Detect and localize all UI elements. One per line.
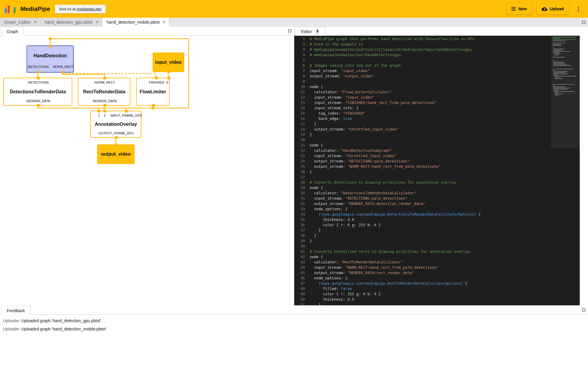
code-editor[interactable]: 1 # MediaPipe graph that performs hand d…: [294, 36, 580, 305]
code-line[interactable]: 10 node {: [294, 84, 580, 89]
code-line[interactable]: 42 node {: [294, 254, 580, 260]
expand-editor-icon[interactable]: [582, 21, 585, 24]
graph-node-output-video[interactable]: output_video: [97, 144, 135, 164]
code-line[interactable]: 22 calculator: "HandDetectionSubgraph": [294, 148, 580, 153]
tab-close-icon[interactable]: ×: [95, 19, 99, 25]
code-line[interactable]: 33 node_options: {: [294, 206, 580, 212]
code-line[interactable]: 41 # Converts normalized rects to drawin…: [294, 249, 580, 254]
code-line[interactable]: 47 [type.googleapis.com/mediapipe.RectTo…: [294, 281, 580, 286]
code-line[interactable]: 4 # mediapipe/examples/ios/handdetection…: [294, 52, 580, 58]
feedback-source: Uploader: [3, 318, 21, 323]
line-number: 15: [294, 111, 310, 116]
new-button[interactable]: New: [506, 4, 532, 14]
panel-splitter[interactable]: [294, 27, 295, 306]
graph-node-detectionstorenderdata[interactable]: DETECTIONS DetectionsToRenderData RENDER…: [3, 78, 72, 106]
code-line[interactable]: 39 }: [294, 238, 580, 244]
code-line[interactable]: 7 input_stream: "input_video": [294, 68, 580, 74]
mediapipe-dev-link[interactable]: mediapipe.dev: [77, 7, 102, 11]
code-line[interactable]: 1 # MediaPipe graph that performs hand d…: [294, 36, 580, 42]
code-line[interactable]: 2 # Used in the example in: [294, 42, 580, 47]
code-line[interactable]: 17 }: [294, 121, 580, 127]
kebab-menu-icon[interactable]: ⋮: [574, 6, 583, 12]
code-line[interactable]: 49 color { r: 255 g: 0 b: 0 }: [294, 291, 580, 297]
code-line[interactable]: 18 output_stream: "throttled_input_video…: [294, 127, 580, 132]
right-gutter: [580, 27, 588, 306]
line-number: 23: [294, 153, 310, 159]
code-line[interactable]: 26 }: [294, 169, 580, 175]
code-line[interactable]: 27: [294, 175, 580, 180]
code-line[interactable]: 34 [type.googleapis.com/mediapipe.Detect…: [294, 212, 580, 217]
code-line[interactable]: 36 color { r: 0 g: 255 b: 0 }: [294, 222, 580, 228]
tab-feedback[interactable]: Feedback: [1, 306, 30, 315]
code-line[interactable]: 12 input_stream: "input_video": [294, 95, 580, 100]
code-line[interactable]: 15 tag_index: "FINISHED": [294, 111, 580, 116]
line-number: 50: [294, 297, 310, 302]
code-line[interactable]: 44 input_stream: "NORM_RECT:hand_rect_fr…: [294, 265, 580, 270]
code-line[interactable]: 43 calculator: "RectToRenderDataCalculat…: [294, 260, 580, 265]
line-number: 14: [294, 105, 310, 111]
line-number: 40: [294, 244, 310, 249]
graph-node-flowlimiter[interactable]: FINISHED 0 FlowLimiter: [136, 78, 170, 106]
tab-close-icon[interactable]: ×: [162, 19, 166, 25]
input-port-frame-gpu: [125, 110, 128, 113]
code-line[interactable]: 6 # Images coming into and out of the gr…: [294, 63, 580, 68]
graph-node-handdetection[interactable]: HandDetection DETECTIONS NORM_RECT: [27, 45, 74, 73]
file-tab[interactable]: hand_detection_gpu.pbtxt ×: [40, 18, 102, 27]
code-line[interactable]: 35 thickness: 4.0: [294, 217, 580, 222]
graph-node-input-video[interactable]: input_video: [153, 53, 184, 72]
code-line[interactable]: 46 node_options: {: [294, 276, 580, 281]
code-line[interactable]: 23 input_stream: "throttled_input_video": [294, 153, 580, 159]
input-port: [37, 77, 40, 79]
code-line[interactable]: 20: [294, 137, 580, 143]
code-line[interactable]: 31 input_stream: "DETECTIONS:palm_detect…: [294, 196, 580, 201]
line-number: 30: [294, 190, 310, 196]
code-line[interactable]: 25 output_stream: "NORM_RECT:hand_rect_f…: [294, 164, 580, 169]
line-number: 19: [294, 132, 310, 137]
file-tab[interactable]: Graph_0.pbtxt ×: [0, 18, 40, 27]
upload-button[interactable]: Upload: [537, 4, 569, 14]
code-line[interactable]: 32 output_stream: "RENDER_DATA:detection…: [294, 201, 580, 206]
graph-node-recttorenderdata[interactable]: NORM_RECT RectToRenderData RENDER_DATA: [78, 78, 130, 106]
code-line[interactable]: 40: [294, 244, 580, 249]
graph-edges: [0, 36, 294, 305]
code-line[interactable]: 51 }: [294, 302, 580, 305]
file-tab[interactable]: hand_detection_mobile.pbtxt ×: [102, 18, 169, 27]
download-icon[interactable]: [315, 29, 320, 34]
code-line[interactable]: 50 thickness: 4.0: [294, 297, 580, 302]
code-line[interactable]: 13 input_stream: "FINISHED:hand_rect_fro…: [294, 100, 580, 105]
code-line[interactable]: 9: [294, 79, 580, 84]
code-line[interactable]: 37 }: [294, 228, 580, 233]
tab-editor[interactable]: Editor: [295, 27, 326, 36]
code-line[interactable]: 11 calculator: "FlowLimiterCalculator": [294, 89, 580, 95]
code-line[interactable]: 30 calculator: "DetectionsToRenderDataCa…: [294, 190, 580, 196]
code-line[interactable]: 5: [294, 58, 580, 63]
code-line[interactable]: 38 }: [294, 233, 580, 238]
line-number: 49: [294, 291, 310, 297]
expand-graph-icon[interactable]: [288, 29, 291, 32]
code-text: calculator: "HandDetectionSubgraph": [310, 148, 392, 153]
edge-junction: [152, 107, 154, 110]
code-line[interactable]: 8 output_stream: "output_video": [294, 74, 580, 79]
graph-node-annotationoverlay[interactable]: 1 2 INPUT_FRAME_GPU AnnotationOverlay OU…: [90, 111, 141, 138]
visit-chip[interactable]: Visit us at mediapipe.dev: [55, 5, 106, 13]
code-line[interactable]: 48 filled: false: [294, 286, 580, 291]
tab-close-icon[interactable]: ×: [33, 19, 37, 25]
graph-canvas[interactable]: HandDetection DETECTIONS NORM_RECT input…: [0, 36, 294, 305]
minimap[interactable]: [551, 36, 580, 305]
menu-icon: [511, 7, 516, 11]
code-line[interactable]: 21 node {: [294, 143, 580, 148]
code-line[interactable]: 45 output_stream: "RENDER_DATA:rect_rend…: [294, 270, 580, 276]
code-line[interactable]: 16 back_edge: true: [294, 116, 580, 121]
code-line[interactable]: 28 # Converts detections to drawing prim…: [294, 180, 580, 185]
code-text: }: [310, 302, 321, 305]
expand-feedback-icon[interactable]: [582, 308, 585, 312]
edge-renderdata-to-annotationoverlay-1: [38, 106, 98, 111]
code-line[interactable]: 24 output_stream: "DETECTIONS:palm_detec…: [294, 159, 580, 164]
code-line[interactable]: 19 }: [294, 132, 580, 137]
input-port-0: [168, 77, 170, 79]
tab-graph[interactable]: Graph: [1, 27, 24, 36]
code-line[interactable]: 29 node {: [294, 185, 580, 190]
code-line[interactable]: 14 input_stream_info: {: [294, 105, 580, 111]
minimap-viewport[interactable]: [551, 36, 580, 148]
code-line[interactable]: 3 # mediapipe/examples/android/src/java/…: [294, 47, 580, 52]
